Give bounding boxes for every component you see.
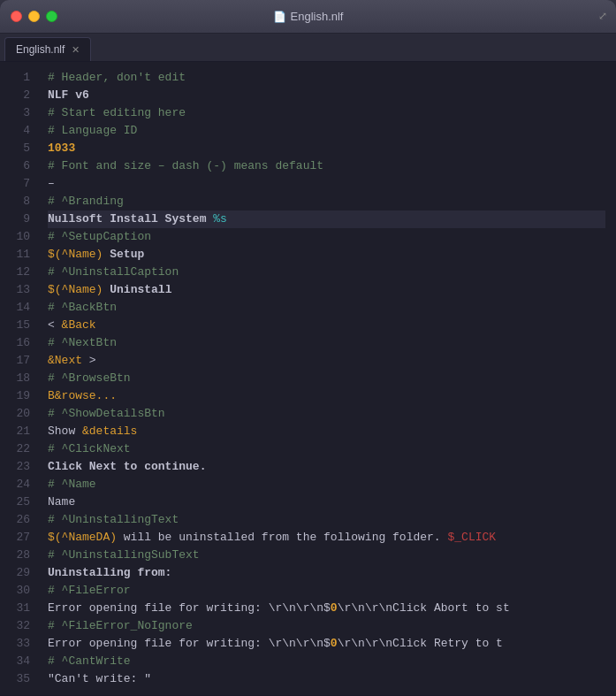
code-token: > — [82, 354, 96, 367]
window: 📄 English.nlf ⤢ English.nlf ✕ 1234567891… — [0, 0, 616, 696]
tab-close-button[interactable]: ✕ — [72, 44, 80, 56]
code-line: Click Next to continue. — [48, 458, 605, 476]
line-number: 7 — [4, 175, 30, 193]
code-token: Show — [48, 424, 82, 438]
line-number: 8 — [4, 193, 30, 210]
code-token: %s — [213, 212, 227, 226]
code-token: &Next — [48, 354, 82, 367]
code-token: # ^NextBtn — [48, 336, 117, 349]
code-token: will be uninstalled from the following f… — [117, 531, 447, 544]
code-line: # ^FileError — [48, 582, 605, 600]
code-line: # ^UninstallingText — [48, 511, 605, 529]
code-token: Error opening file for writing: \r\n\r\n… — [48, 637, 331, 650]
code-line: # Language ID — [48, 122, 605, 140]
code-token: # Font and size – dash (-) means default — [48, 159, 323, 172]
code-line: – — [48, 175, 605, 193]
code-token: 1033 — [48, 141, 75, 155]
code-token: # ^CantWrite — [48, 654, 131, 668]
line-number: 32 — [4, 617, 30, 635]
code-line: $(^NameDA) will be uninstalled from the … — [48, 529, 605, 547]
code-line: $(^Name) Uninstall — [48, 281, 605, 299]
line-number: 16 — [4, 334, 30, 352]
line-number: 11 — [4, 246, 30, 264]
code-line: Nullsoft Install System %s — [48, 210, 605, 228]
code-token: $(^Name) — [48, 248, 103, 261]
code-token: 0 — [331, 637, 338, 650]
code-token: $(^NameDA) — [48, 531, 117, 544]
code-token: # ^UninstallCaption — [48, 265, 179, 279]
code-line: # ^Name — [48, 476, 605, 493]
code-line: # ^BackBtn — [48, 299, 605, 317]
code-line: # ^BrowseBtn — [48, 370, 605, 387]
code-line: Error opening file for writing: \r\n\r\n… — [48, 600, 605, 617]
expand-button[interactable]: ⤢ — [598, 10, 607, 23]
line-number: 26 — [4, 511, 30, 529]
code-token: $_CLICK — [447, 531, 496, 544]
line-number: 15 — [4, 317, 30, 334]
line-number: 12 — [4, 264, 30, 281]
line-number: 25 — [4, 493, 30, 511]
line-number: 20 — [4, 405, 30, 423]
code-line: B&rowse... — [48, 387, 605, 405]
line-number: 30 — [4, 582, 30, 600]
code-content[interactable]: # Header, don't editNLF v6# Start editin… — [37, 62, 616, 695]
code-line: < &Back — [48, 317, 605, 334]
code-token: Uninstall — [103, 283, 171, 296]
code-token: Click Next to continue. — [48, 460, 206, 473]
titlebar: 📄 English.nlf ⤢ — [0, 0, 616, 34]
editor: 1234567891011121314151617181920212223242… — [0, 62, 616, 695]
code-token: # ^Name — [48, 478, 96, 491]
code-line: Error opening file for writing: \r\n\r\n… — [48, 635, 605, 653]
line-number: 21 — [4, 423, 30, 440]
line-number: 35 — [4, 670, 30, 688]
line-number: 18 — [4, 370, 30, 387]
line-number: 33 — [4, 635, 30, 653]
line-number: 9 — [4, 210, 30, 228]
line-number: 2 — [4, 87, 30, 104]
code-line: # ^UninstallCaption — [48, 264, 605, 281]
code-token: Name — [48, 495, 75, 509]
line-number: 23 — [4, 458, 30, 476]
code-token: # Start editing here — [48, 106, 186, 119]
line-number: 4 — [4, 122, 30, 140]
tab-english-nlf[interactable]: English.nlf ✕ — [4, 37, 91, 61]
code-token: # ^BrowseBtn — [48, 371, 131, 385]
code-token: $(^Name) — [48, 283, 103, 296]
code-token: # ^ClickNext — [48, 442, 131, 455]
code-token: Nullsoft Install System — [48, 212, 213, 226]
code-line: # Header, don't edit — [48, 69, 605, 87]
code-token: &details — [82, 424, 137, 438]
line-number: 3 — [4, 104, 30, 122]
code-line: "Can't write: " — [48, 670, 605, 688]
line-number: 31 — [4, 600, 30, 617]
code-token: – — [48, 177, 55, 190]
close-button[interactable] — [11, 11, 22, 22]
code-token: # ^UninstallingText — [48, 513, 179, 526]
code-token: # ^ShowDetailsBtn — [48, 407, 165, 420]
code-line: # ^UninstallingSubText — [48, 547, 605, 564]
code-line: # ^Branding — [48, 193, 605, 210]
code-line: $(^Name) Setup — [48, 246, 605, 264]
line-number: 28 — [4, 547, 30, 564]
code-token: # ^FileError — [48, 584, 131, 597]
code-line: NLF v6 — [48, 87, 605, 104]
line-number: 1 — [4, 69, 30, 87]
code-token: B&rowse... — [48, 389, 117, 402]
code-token: &Back — [62, 318, 96, 332]
code-token: # Header, don't edit — [48, 71, 186, 84]
line-number: 5 — [4, 140, 30, 157]
code-token: Uninstalling from: — [48, 566, 171, 579]
code-token: Setup — [103, 248, 144, 261]
code-token: # ^UninstallingSubText — [48, 548, 200, 562]
line-number: 6 — [4, 157, 30, 175]
line-number: 27 — [4, 529, 30, 547]
code-token: \r\n\r\nClick Abort to st — [338, 601, 510, 615]
window-title: 📄 English.nlf — [273, 10, 344, 23]
code-token: Error opening file for writing: \r\n\r\n… — [48, 601, 331, 615]
code-token: \r\n\r\nClick Retry to t — [338, 637, 503, 650]
minimize-button[interactable] — [28, 11, 40, 22]
code-token: "Can't write: " — [48, 672, 151, 685]
code-line: Name — [48, 493, 605, 511]
maximize-button[interactable] — [46, 11, 57, 22]
code-line: 1033 — [48, 140, 605, 157]
